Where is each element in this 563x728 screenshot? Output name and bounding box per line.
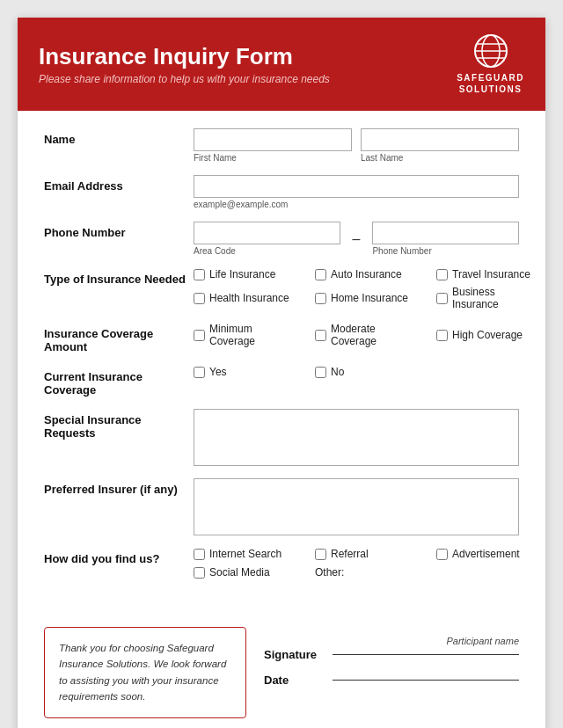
- preferred-insurer-label: Preferred Insurer (if any): [44, 478, 194, 496]
- checkbox-advertisement[interactable]: Advertisement: [436, 548, 542, 560]
- globe-icon: [473, 33, 508, 69]
- checkbox-no-input[interactable]: [315, 367, 326, 378]
- special-requests-fields: [194, 409, 519, 466]
- date-underline: [333, 680, 519, 681]
- coverage-amount-checkboxes: Minimum Coverage Moderate Coverage High …: [194, 323, 542, 347]
- date-line: Date: [264, 673, 519, 687]
- checkbox-yes[interactable]: Yes: [194, 366, 299, 378]
- first-name-input[interactable]: [194, 128, 352, 151]
- checkbox-travel-insurance[interactable]: Travel Insurance: [436, 268, 542, 280]
- email-fields: example@example.com: [194, 175, 519, 209]
- brand-logo-area: SAFEGUARD SOLUTIONS: [457, 33, 524, 95]
- phone-dash: –: [349, 231, 364, 247]
- date-label: Date: [264, 673, 325, 687]
- checkbox-internet-search[interactable]: Internet Search: [194, 548, 299, 560]
- checkbox-life-insurance[interactable]: Life Insurance: [194, 268, 299, 280]
- preferred-insurer-fields: [194, 478, 519, 535]
- phone-number-hint: Phone Number: [372, 246, 519, 256]
- checkbox-auto-insurance[interactable]: Auto Insurance: [315, 268, 420, 280]
- area-code-hint: Area Code: [194, 246, 340, 256]
- insurance-type-label: Type of Insurance Needed: [44, 268, 194, 286]
- how-found-fields: Internet Search Referral Advertisement: [194, 548, 542, 579]
- preferred-insurer-textarea[interactable]: [194, 478, 519, 535]
- checkbox-travel-insurance-input[interactable]: [436, 269, 448, 280]
- phone-row: Phone Number Area Code – Phone Number: [44, 222, 519, 256]
- current-coverage-label: Current Insurance Coverage: [44, 366, 194, 397]
- email-input[interactable]: [194, 175, 519, 198]
- current-coverage-checkboxes: Yes No: [194, 366, 519, 378]
- thank-you-box: Thank you for choosing Safeguard Insuran…: [44, 627, 246, 718]
- last-name-input[interactable]: [361, 128, 519, 151]
- phone-field-row: Area Code – Phone Number: [194, 222, 519, 256]
- checkbox-minimum-coverage-input[interactable]: [194, 330, 205, 341]
- phone-number-input[interactable]: [372, 222, 519, 244]
- insurance-type-row-2: Health Insurance Home Insurance Business…: [194, 286, 542, 310]
- preferred-insurer-row: Preferred Insurer (if any): [44, 478, 519, 535]
- thank-you-text: Thank you for choosing Safeguard Insuran…: [59, 643, 226, 702]
- form-header: Insurance Inquiry Form Please share info…: [18, 18, 545, 111]
- checkbox-moderate-coverage-input[interactable]: [315, 330, 326, 341]
- checkbox-social-media[interactable]: Social Media: [194, 565, 299, 579]
- signature-line: Participant name Signature: [264, 636, 519, 661]
- coverage-amount-label: Insurance Coverage Amount: [44, 323, 194, 353]
- coverage-amount-row: Insurance Coverage Amount Minimum Covera…: [44, 323, 519, 353]
- area-code-input[interactable]: [194, 222, 340, 244]
- insurance-type-fields: Life Insurance Auto Insurance Travel Ins…: [194, 268, 542, 310]
- checkbox-no[interactable]: No: [315, 366, 420, 378]
- brand-name: SAFEGUARD SOLUTIONS: [457, 72, 524, 95]
- name-row: Name First Name Last Name: [44, 128, 519, 163]
- how-found-label: How did you find us?: [44, 548, 194, 565]
- last-name-hint: Last Name: [361, 153, 519, 163]
- checkbox-home-insurance-input[interactable]: [315, 293, 326, 304]
- name-field-row: First Name Last Name: [194, 128, 519, 163]
- how-found-row-2: Social Media Other:: [194, 565, 542, 579]
- checkbox-life-insurance-input[interactable]: [194, 269, 205, 280]
- checkbox-business-insurance[interactable]: Business Insurance: [436, 286, 542, 310]
- checkbox-high-coverage-input[interactable]: [436, 330, 448, 341]
- signature-section: Thank you for choosing Safeguard Insuran…: [44, 627, 519, 718]
- other-field-row: Other:: [315, 565, 347, 579]
- form-body: Name First Name Last Name Email Address: [18, 111, 545, 728]
- checkbox-social-media-input[interactable]: [194, 567, 205, 579]
- checkbox-business-insurance-input[interactable]: [436, 293, 448, 304]
- email-placeholder-hint: example@example.com: [194, 200, 519, 209]
- checkbox-internet-search-input[interactable]: [194, 549, 205, 560]
- date-row: Date: [264, 673, 519, 687]
- phone-label: Phone Number: [44, 222, 194, 239]
- checkbox-yes-input[interactable]: [194, 367, 205, 378]
- phone-fields: Area Code – Phone Number: [194, 222, 519, 256]
- how-found-row: How did you find us? Internet Search Ref…: [44, 548, 519, 579]
- area-code-group: Area Code: [194, 222, 340, 256]
- checkbox-auto-insurance-input[interactable]: [315, 269, 326, 280]
- name-label: Name: [44, 128, 194, 146]
- form-title: Insurance Inquiry Form: [39, 43, 330, 70]
- coverage-amount-fields: Minimum Coverage Moderate Coverage High …: [194, 323, 542, 347]
- other-label: Other:: [315, 566, 344, 579]
- checkbox-high-coverage[interactable]: High Coverage: [436, 323, 542, 347]
- special-requests-row: Special Insurance Requests: [44, 409, 519, 466]
- checkbox-referral-input[interactable]: [315, 549, 326, 560]
- header-left: Insurance Inquiry Form Please share info…: [39, 43, 330, 84]
- checkbox-minimum-coverage[interactable]: Minimum Coverage: [194, 323, 299, 347]
- email-row: Email Address example@example.com: [44, 175, 519, 209]
- checkbox-moderate-coverage[interactable]: Moderate Coverage: [315, 323, 420, 347]
- special-requests-textarea[interactable]: [194, 409, 519, 466]
- how-found-row-1: Internet Search Referral Advertisement: [194, 548, 542, 560]
- last-name-group: Last Name: [361, 128, 519, 163]
- form-subtitle: Please share information to help us with…: [39, 73, 330, 85]
- checkbox-referral[interactable]: Referral: [315, 548, 420, 560]
- checkbox-health-insurance[interactable]: Health Insurance: [194, 286, 299, 310]
- first-name-group: First Name: [194, 128, 352, 163]
- how-found-checkboxes: Internet Search Referral Advertisement: [194, 548, 542, 579]
- checkbox-health-insurance-input[interactable]: [194, 293, 205, 304]
- checkbox-home-insurance[interactable]: Home Insurance: [315, 286, 420, 310]
- current-coverage-fields: Yes No: [194, 366, 519, 378]
- insurance-type-row: Type of Insurance Needed Life Insurance …: [44, 268, 519, 310]
- checkbox-advertisement-input[interactable]: [436, 549, 448, 560]
- email-label: Email Address: [44, 175, 194, 193]
- name-fields: First Name Last Name: [194, 128, 519, 163]
- page-container: Insurance Inquiry Form Please share info…: [18, 18, 545, 728]
- insurance-type-row-1: Life Insurance Auto Insurance Travel Ins…: [194, 268, 542, 280]
- sig-row: Signature: [264, 648, 519, 661]
- signature-label: Signature: [264, 648, 325, 661]
